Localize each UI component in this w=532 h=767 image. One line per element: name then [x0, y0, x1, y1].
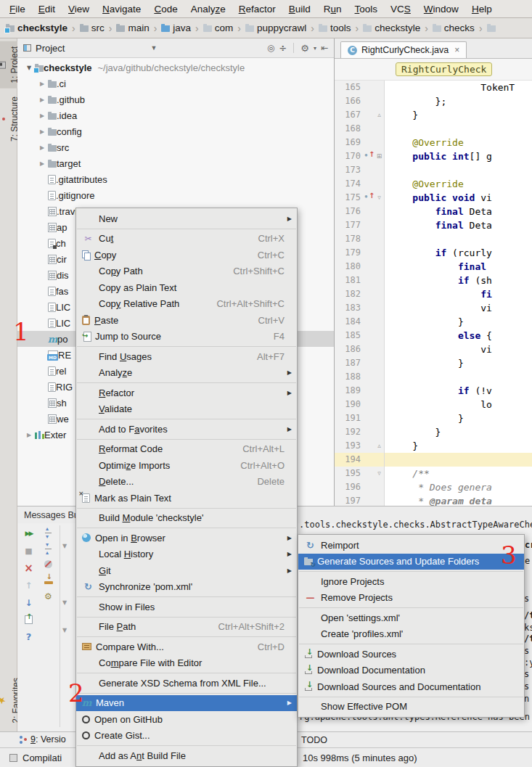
menu-item-optimize-imports[interactable]: Optimize ImportsCtrl+Alt+O: [76, 457, 297, 474]
menu-item-jump-to-source[interactable]: Jump to SourceF4: [76, 329, 297, 345]
maven-menu-item-show-effective-pom[interactable]: Show Effective POM: [298, 699, 524, 715]
todo-tab[interactable]: TODO: [301, 735, 327, 745]
expand-arrow-icon[interactable]: ▶: [36, 160, 48, 167]
maven-menu-item-ignore-projects[interactable]: Ignore Projects: [298, 573, 524, 590]
maven-menu-item-download-documentation[interactable]: Download Documentation: [298, 663, 524, 679]
menu-item-copy-relative-path[interactable]: Copy Relative PathCtrl+Alt+Shift+C: [76, 296, 297, 313]
menu-item-reformat-code[interactable]: Reformat CodeCtrl+Alt+L: [76, 441, 297, 458]
fold-marker-icon[interactable]: ▵: [375, 439, 385, 453]
maven-menu-item-download-sources[interactable]: Download Sources: [298, 646, 524, 663]
tree-item-ci[interactable]: ▶.ci: [17, 75, 334, 91]
menu-item-refactor[interactable]: Refactor▶: [76, 385, 297, 401]
breadcrumb-item-com[interactable]: com: [203, 22, 234, 33]
menu-item-analyze[interactable]: Analyze▶: [76, 365, 297, 382]
expand-all-icon[interactable]: [44, 528, 52, 537]
menubar-item-tools[interactable]: Tools: [348, 1, 385, 17]
tree-item-gitattributes[interactable]: .gitattributes: [17, 171, 334, 187]
menubar-item-view[interactable]: View: [62, 1, 96, 17]
menu-item-maven[interactable]: Maven▶: [76, 695, 297, 712]
breadcrumb-item-main[interactable]: main: [116, 22, 149, 33]
menubar-item-navigate[interactable]: Navigate: [96, 1, 147, 17]
expand-arrow-icon[interactable]: ▶: [36, 144, 48, 151]
close-x-icon[interactable]: [23, 563, 34, 573]
maven-menu-item-download-sources-and-documentation[interactable]: Download Sources and Documentation: [298, 678, 524, 695]
breadcrumb-item-checkstyle[interactable]: checkstyle: [363, 22, 420, 33]
hide-panel-icon[interactable]: [321, 43, 328, 53]
tree-item-target[interactable]: ▶target: [17, 155, 334, 171]
menu-item-cut[interactable]: CutCtrl+X: [76, 231, 297, 247]
fold-arrow-icon[interactable]: ▼: [62, 627, 67, 633]
breadcrumb-item-checks[interactable]: checks: [433, 22, 475, 33]
tree-item-idea[interactable]: ▶.idea: [17, 107, 334, 123]
menu-item-add-to-favorites[interactable]: Add to Favorites▶: [76, 421, 297, 438]
expand-arrow-icon[interactable]: ▶: [36, 97, 48, 103]
breadcrumb-item-tools[interactable]: tools: [319, 22, 351, 33]
fold-marker-icon[interactable]: ▿: [375, 467, 385, 480]
locate-icon[interactable]: [267, 43, 274, 53]
maven-menu-item-create-profiles-xml[interactable]: Create 'profiles.xml': [298, 626, 524, 643]
chevron-down-icon[interactable]: ▼: [150, 44, 157, 52]
menu-item-create-gist[interactable]: Create Gist...: [76, 728, 297, 745]
menu-item-copy-as-plain-text[interactable]: Copy as Plain Text: [76, 279, 297, 296]
collapse-all-icon[interactable]: [279, 43, 287, 54]
menu-item-local-history[interactable]: Local History▶: [76, 546, 297, 563]
menu-item-paste[interactable]: PasteCtrl+V: [76, 312, 297, 329]
fold-marker-icon[interactable]: ▵: [375, 108, 385, 122]
menu-item-show-in-files[interactable]: Show in Files: [76, 599, 297, 615]
maven-menu-item-remove-projects[interactable]: Remove Projects: [298, 590, 524, 607]
menubar-item-build[interactable]: Build: [282, 1, 317, 17]
fold-marker-icon[interactable]: ▿: [375, 191, 385, 205]
menu-item-build-module-checkstyle[interactable]: Build Module 'checkstyle': [76, 510, 297, 527]
menu-item-file-path[interactable]: File PathCtrl+Alt+Shift+2: [76, 619, 297, 636]
tree-item-github[interactable]: ▶.github: [17, 91, 334, 107]
stop-icon[interactable]: [23, 546, 34, 556]
help-icon[interactable]: [23, 631, 34, 641]
menu-item-copy[interactable]: CopyCtrl+C: [76, 247, 297, 263]
rerun-icon[interactable]: [23, 528, 34, 538]
arrow-up-icon[interactable]: [23, 581, 34, 591]
menubar-item-code[interactable]: Code: [147, 1, 184, 17]
tree-item-config[interactable]: ▶config: [17, 123, 334, 139]
gear-icon[interactable]: [300, 43, 309, 54]
close-tab-icon[interactable]: ×: [454, 45, 459, 55]
tab-rightcurlycheck[interactable]: RightCurlyCheck.java ×: [340, 41, 467, 58]
breadcrumb-item-java[interactable]: java: [161, 22, 191, 33]
arrow-down-icon[interactable]: [23, 598, 34, 608]
mute-icon[interactable]: [44, 560, 52, 568]
breadcrumb-item-puppycrawl[interactable]: puppycrawl: [245, 22, 306, 33]
menu-item-delete[interactable]: Delete...Delete: [76, 474, 297, 491]
fold-marker-icon[interactable]: ⊞: [375, 149, 385, 163]
menu-item-git[interactable]: Git▶: [76, 562, 297, 579]
maven-menu-item-reimport[interactable]: Reimport: [298, 537, 524, 554]
menubar-item-analyze[interactable]: Analyze: [184, 1, 232, 17]
menu-item-open-in-browser[interactable]: Open in Browser▶: [76, 530, 297, 546]
menu-item-find-usages[interactable]: Find UsagesAlt+F7: [76, 348, 297, 365]
menubar-item-refactor[interactable]: Refactor: [232, 1, 282, 17]
breadcrumb-item-checkstyle[interactable]: checkstyle: [6, 22, 67, 33]
menu-item-new[interactable]: New▶: [76, 210, 297, 227]
menubar-item-vcs[interactable]: VCS: [384, 1, 417, 17]
menubar-item-window[interactable]: Window: [417, 1, 465, 17]
settings-wrench-icon[interactable]: [43, 591, 54, 602]
menubar-item-edit[interactable]: Edit: [32, 1, 62, 17]
tree-item-src[interactable]: ▶src: [17, 139, 334, 155]
expand-arrow-icon[interactable]: ▶: [36, 81, 48, 87]
expand-arrow-icon[interactable]: ▶: [36, 112, 48, 119]
menubar-item-run[interactable]: Run: [317, 1, 348, 17]
tree-item-checkstyle[interactable]: ▼checkstyle~/java/github/checkstyle/chec…: [17, 60, 334, 75]
menubar-item-file[interactable]: File: [3, 1, 32, 17]
fold-arrow-icon[interactable]: ▼: [62, 599, 67, 606]
maven-menu-item-open-settings-xml[interactable]: Open 'settings.xml': [298, 610, 524, 626]
menu-item-copy-path[interactable]: Copy PathCtrl+Shift+C: [76, 263, 297, 280]
code-area[interactable]: 165 TokenT166 };167▵ }168169 @Override17…: [335, 81, 532, 506]
expand-arrow-icon[interactable]: ▶: [36, 128, 48, 135]
expand-arrow-icon[interactable]: ▶: [23, 432, 35, 438]
menu-item-compare-with[interactable]: Compare With...Ctrl+D: [76, 639, 297, 655]
menu-item-open-on-github[interactable]: Open on GitHub: [76, 711, 297, 728]
menu-item-mark-as-plain-text[interactable]: Mark as Plain Text: [76, 490, 297, 506]
menu-item-add-as-ant-build-file[interactable]: Add as Ant Build File: [76, 747, 297, 764]
import-icon[interactable]: [44, 575, 53, 584]
menu-item-compare-file-with-editor[interactable]: Compare File with Editor: [76, 655, 297, 672]
menu-item-generate-xsd-schema-from-xml-file[interactable]: Generate XSD Schema from XML File...: [76, 675, 297, 692]
menu-item-validate[interactable]: Validate: [76, 401, 297, 418]
